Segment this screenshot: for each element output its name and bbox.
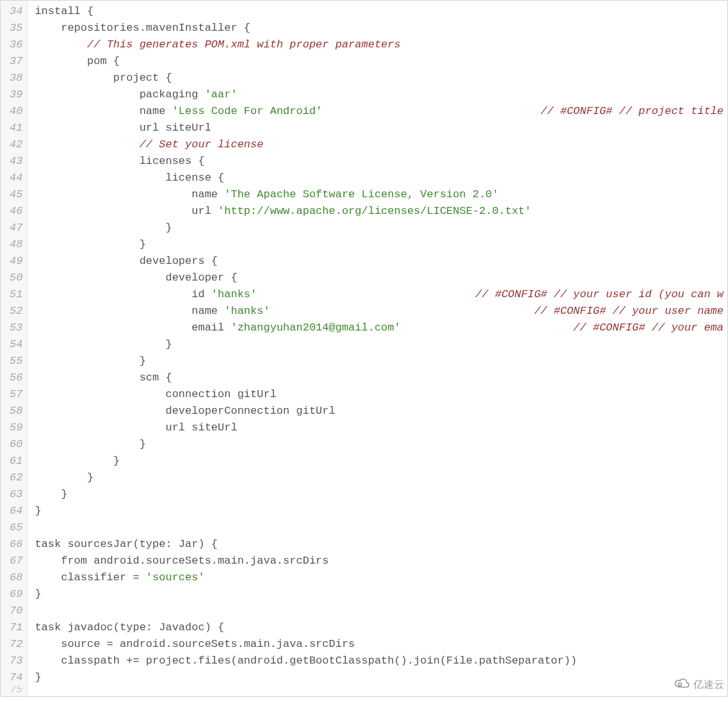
- code-token: classpath += project.files(android.getBo…: [35, 655, 577, 667]
- line-number: 46: [10, 203, 22, 220]
- line-number: 40: [10, 103, 22, 120]
- string-token: 'sources': [146, 571, 205, 584]
- code-line[interactable]: // This generates POM.xml with proper pa…: [35, 37, 727, 53]
- code-line[interactable]: task javadoc(type: Javadoc) {: [35, 619, 727, 636]
- code-area[interactable]: install { repositories.mavenInstaller { …: [28, 1, 727, 696]
- code-editor[interactable]: 3435363738394041424344454647484950515253…: [0, 0, 728, 697]
- line-number: 59: [10, 420, 22, 436]
- code-line[interactable]: }: [35, 336, 727, 353]
- code-token: project {: [35, 72, 172, 84]
- line-number: 68: [10, 569, 22, 586]
- code-token: connection gitUrl: [35, 388, 276, 400]
- line-number: 64: [10, 503, 22, 519]
- code-line[interactable]: }: [35, 220, 727, 236]
- code-token: id: [35, 288, 211, 300]
- code-token: }: [35, 238, 145, 250]
- comment-token: // #CONFIG# // your ema: [573, 322, 724, 334]
- line-number: 72: [10, 636, 22, 653]
- code-line[interactable]: }: [35, 586, 727, 603]
- code-token: classifier =: [35, 571, 145, 584]
- code-token: scm {: [35, 371, 172, 384]
- code-token: [35, 521, 41, 534]
- code-line[interactable]: name 'The Apache Software License, Versi…: [35, 186, 727, 203]
- code-line[interactable]: id 'hanks'// #CONFIG# // your user id (y…: [35, 286, 727, 303]
- code-line[interactable]: install {: [35, 3, 727, 20]
- code-line[interactable]: }: [35, 453, 727, 469]
- line-number: 45: [10, 186, 22, 203]
- code-line[interactable]: task sourcesJar(type: Jar) {: [35, 536, 727, 553]
- code-line[interactable]: url siteUrl: [35, 420, 727, 436]
- code-line[interactable]: developerConnection gitUrl: [35, 403, 727, 420]
- code-token: packaging: [35, 88, 204, 101]
- string-token: 'aar': [205, 88, 238, 101]
- code-token: }: [35, 488, 67, 500]
- code-line[interactable]: email 'zhangyuhan2014@gmail.com'// #CONF…: [35, 320, 727, 336]
- string-token: 'http://www.apache.org/licenses/LICENSE-…: [218, 205, 531, 217]
- code-token: task sourcesJar(type: Jar) {: [35, 538, 218, 550]
- string-token: 'hanks': [211, 288, 257, 300]
- watermark: 亿速云: [674, 678, 724, 692]
- code-line[interactable]: name 'Less Code For Android'// #CONFIG# …: [35, 103, 727, 120]
- code-line[interactable]: source = android.sourceSets.main.java.sr…: [35, 636, 727, 653]
- code-line[interactable]: // Set your license: [35, 136, 727, 153]
- line-number: 54: [10, 336, 22, 353]
- line-number: 41: [10, 120, 22, 136]
- line-number: 62: [10, 469, 22, 486]
- code-line[interactable]: scm {: [35, 370, 727, 386]
- code-line[interactable]: }: [35, 436, 727, 453]
- code-line[interactable]: url siteUrl: [35, 120, 727, 136]
- code-line[interactable]: name 'hanks'// #CONFIG# // your user nam…: [35, 303, 727, 320]
- code-line[interactable]: }: [35, 353, 727, 370]
- svg-point-0: [679, 683, 682, 686]
- line-number: 38: [10, 70, 22, 86]
- line-number: 55: [10, 353, 22, 370]
- code-line[interactable]: project {: [35, 70, 727, 86]
- code-token: }: [35, 438, 145, 450]
- code-token: license {: [35, 172, 224, 184]
- code-token: name: [35, 105, 172, 117]
- code-line[interactable]: licenses {: [35, 153, 727, 170]
- line-number: 71: [10, 619, 22, 636]
- code-token: from android.sourceSets.main.java.srcDir…: [35, 555, 328, 567]
- line-number: 47: [10, 220, 22, 236]
- code-line[interactable]: packaging 'aar': [35, 86, 727, 103]
- code-line[interactable]: }: [35, 503, 727, 519]
- code-line[interactable]: from android.sourceSets.main.java.srcDir…: [35, 553, 727, 569]
- code-line[interactable]: [35, 603, 727, 619]
- string-token: 'The Apache Software License, Version 2.…: [224, 188, 498, 200]
- line-number: 35: [10, 20, 22, 37]
- comment-token: // #CONFIG# // your user name: [534, 305, 724, 317]
- line-number: 48: [10, 236, 22, 253]
- code-line[interactable]: classifier = 'sources': [35, 569, 727, 586]
- line-number: 65: [10, 519, 22, 536]
- code-token: url: [35, 205, 218, 217]
- code-line[interactable]: repositories.mavenInstaller {: [35, 20, 727, 37]
- comment-token: // Set your license: [140, 138, 264, 151]
- code-line[interactable]: url 'http://www.apache.org/licenses/LICE…: [35, 203, 727, 220]
- code-token: [35, 138, 139, 151]
- code-token: pom {: [35, 55, 120, 67]
- line-number: 34: [10, 3, 22, 20]
- code-line[interactable]: pom {: [35, 53, 727, 70]
- line-number: 61: [10, 453, 22, 469]
- code-line[interactable]: }: [35, 669, 727, 686]
- code-token: }: [35, 671, 41, 683]
- code-line[interactable]: developer {: [35, 270, 727, 286]
- code-line[interactable]: }: [35, 486, 727, 503]
- code-token: developers {: [35, 255, 218, 267]
- code-line[interactable]: }: [35, 236, 727, 253]
- code-line[interactable]: }: [35, 469, 727, 486]
- code-line[interactable]: [35, 519, 727, 536]
- code-token: source = android.sourceSets.main.java.sr…: [35, 638, 355, 650]
- line-number: 52: [10, 303, 22, 320]
- line-number: 53: [10, 320, 22, 336]
- line-number: 49: [10, 253, 22, 270]
- code-token: name: [35, 305, 224, 317]
- code-line[interactable]: classpath += project.files(android.getBo…: [35, 653, 727, 669]
- code-line[interactable]: license {: [35, 170, 727, 186]
- code-line[interactable]: connection gitUrl: [35, 386, 727, 403]
- code-line[interactable]: developers {: [35, 253, 727, 270]
- code-token: [35, 605, 41, 617]
- line-number: 44: [10, 170, 22, 186]
- code-token: email: [35, 322, 231, 334]
